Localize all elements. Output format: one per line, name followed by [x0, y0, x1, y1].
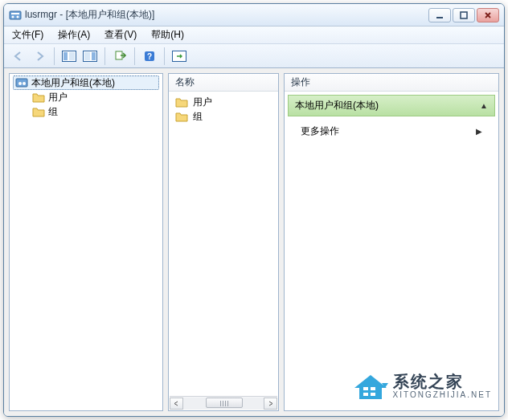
scroll-thumb[interactable]	[206, 398, 243, 408]
list-body: 用户 组	[169, 92, 278, 410]
scroll-track[interactable]	[183, 398, 264, 410]
tree-node-users[interactable]: 用户	[31, 90, 159, 104]
window-title: lusrmgr - [本地用户和组(本地)]	[25, 8, 428, 22]
folder-icon	[175, 111, 188, 122]
lusrmgr-icon	[15, 76, 28, 89]
actions-more[interactable]: 更多操作 ▶	[285, 120, 498, 143]
svg-rect-4	[436, 17, 443, 18]
tree-body: 本地用户和组(本地) 用户 组	[10, 74, 162, 410]
toolbar-separator	[54, 47, 55, 65]
tree-node-label: 组	[48, 105, 58, 119]
back-button[interactable]	[9, 47, 28, 66]
folder-icon	[32, 92, 45, 103]
svg-rect-5	[461, 12, 467, 18]
actions-pane: 操作 本地用户和组(本地) ▲ 更多操作 ▶	[284, 73, 499, 411]
tree-pane: 本地用户和组(本地) 用户 组	[9, 73, 163, 411]
body: 本地用户和组(本地) 用户 组	[4, 68, 504, 416]
tree-root-node[interactable]: 本地用户和组(本地)	[13, 75, 159, 90]
list-pane: 名称 用户 组	[168, 73, 279, 411]
folder-icon	[32, 106, 45, 117]
submenu-icon: ▶	[476, 127, 482, 136]
refresh-view-button[interactable]	[170, 47, 189, 66]
tree-children: 用户 组	[13, 90, 159, 119]
app-icon	[9, 9, 22, 22]
menu-action[interactable]: 操作(A)	[55, 27, 93, 43]
tree-node-groups[interactable]: 组	[31, 104, 159, 119]
actions-more-label: 更多操作	[301, 124, 339, 138]
svg-point-2	[12, 15, 14, 18]
window-controls	[428, 8, 499, 22]
actions-group[interactable]: 本地用户和组(本地) ▲	[288, 95, 495, 116]
forward-button[interactable]	[30, 47, 49, 66]
list-column-header[interactable]: 名称	[169, 74, 278, 92]
menu-file[interactable]: 文件(F)	[9, 27, 47, 43]
toolbar-separator	[134, 47, 135, 65]
show-hide-tree-button[interactable]	[59, 47, 79, 66]
list-item[interactable]: 用户	[170, 95, 277, 109]
list-item-label: 用户	[193, 96, 212, 109]
scroll-right-icon[interactable]	[264, 398, 277, 410]
svg-rect-1	[11, 13, 19, 14]
toolbar-separator	[164, 47, 165, 65]
horizontal-scrollbar[interactable]	[170, 396, 277, 410]
menu-view[interactable]: 查看(V)	[101, 27, 140, 43]
help-button[interactable]: ?	[140, 47, 159, 66]
toolbar-separator	[104, 47, 105, 65]
actions-group-label: 本地用户和组(本地)	[295, 99, 379, 112]
titlebar: lusrmgr - [本地用户和组(本地)]	[4, 4, 504, 27]
minimize-button[interactable]	[428, 8, 451, 22]
close-button[interactable]	[477, 8, 499, 22]
svg-rect-10	[84, 52, 90, 60]
actions-header: 操作	[285, 74, 498, 92]
folder-icon	[175, 96, 188, 108]
tree-root-label: 本地用户和组(本地)	[31, 76, 115, 90]
svg-point-17	[18, 82, 22, 85]
toolbar: ?	[4, 44, 504, 68]
tree-node-label: 用户	[48, 91, 68, 104]
actions-header-label: 操作	[291, 75, 310, 89]
show-hide-actions-button[interactable]	[80, 47, 100, 66]
maximize-button[interactable]	[453, 8, 475, 22]
menu-help[interactable]: 帮助(H)	[148, 27, 187, 43]
export-list-button[interactable]	[110, 47, 129, 66]
mmc-window: lusrmgr - [本地用户和组(本地)] 文件(F) 操作(A) 查看(V)…	[3, 3, 505, 417]
menubar: 文件(F) 操作(A) 查看(V) 帮助(H)	[4, 27, 504, 44]
list-item-label: 组	[193, 110, 203, 124]
collapse-icon: ▲	[480, 101, 488, 110]
list-item[interactable]: 组	[170, 109, 277, 124]
svg-rect-11	[92, 52, 96, 60]
svg-point-3	[17, 15, 19, 18]
scroll-left-icon[interactable]	[170, 398, 183, 410]
svg-rect-7	[63, 52, 68, 60]
svg-text:?: ?	[147, 52, 152, 61]
svg-rect-0	[10, 11, 21, 19]
svg-rect-16	[16, 79, 27, 87]
svg-rect-8	[69, 52, 75, 60]
svg-point-18	[23, 82, 26, 85]
list-header-label: 名称	[175, 75, 195, 89]
